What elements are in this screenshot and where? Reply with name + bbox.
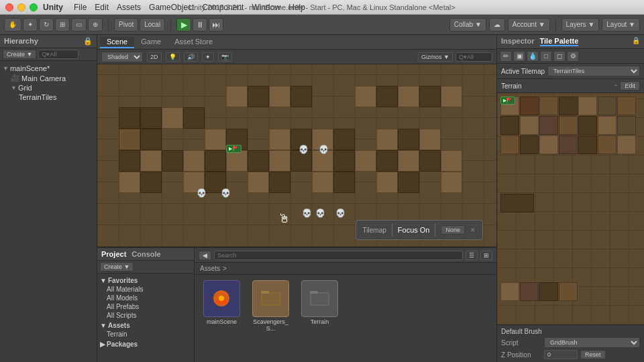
- account-button[interactable]: Account ▼: [508, 18, 550, 32]
- asset-search-input[interactable]: [214, 251, 463, 260]
- tooltip-close[interactable]: ✕: [470, 227, 476, 233]
- project-item-all-scripts[interactable]: All Scripts: [97, 311, 194, 320]
- project-item-all-models[interactable]: All Models: [97, 294, 194, 302]
- palette-rect-btn[interactable]: □: [540, 51, 552, 62]
- tile: [419, 86, 441, 107]
- skull-icon-5: 💀: [302, 208, 312, 218]
- palette-tile: [598, 135, 616, 154]
- palette-tile: [578, 97, 597, 115]
- tab-inspector[interactable]: Inspector: [501, 37, 535, 46]
- tile: [162, 150, 183, 172]
- minimize-button[interactable]: [17, 3, 25, 11]
- lighting-button[interactable]: 💡: [166, 52, 180, 62]
- layout-button[interactable]: Layout ▼: [602, 18, 640, 32]
- pivot-button[interactable]: Pivot: [114, 18, 138, 32]
- tile: [248, 172, 269, 193]
- asset-name-mainscene: mainScene: [207, 318, 237, 325]
- palette-erase-btn[interactable]: ◻: [553, 51, 566, 62]
- toolbar-separator-1: [108, 18, 109, 32]
- palette-tile: [520, 135, 539, 154]
- assets-header[interactable]: ▼ Assets: [97, 321, 194, 330]
- project-item-terrain[interactable]: Terrain: [97, 330, 194, 339]
- tooltip-label: Tilemap: [363, 227, 386, 234]
- tile: [226, 86, 248, 107]
- asset-view-button[interactable]: ⊞: [480, 251, 492, 260]
- tree-item-grid[interactable]: ▼ Grid: [0, 83, 97, 93]
- menu-gameobject[interactable]: GameObject: [149, 3, 194, 12]
- tree-item-maincamera[interactable]: 🎥 Main Camera: [0, 73, 97, 83]
- asset-item-terrain[interactable]: Terrain: [298, 280, 341, 332]
- scene-camera-button[interactable]: 📷: [218, 52, 232, 62]
- asset-back-button[interactable]: ◀: [199, 251, 211, 260]
- play-button[interactable]: ▶: [176, 18, 191, 32]
- layers-button[interactable]: Layers ▼: [561, 18, 600, 32]
- tile: [162, 107, 183, 129]
- tooltip-none-button[interactable]: None: [441, 225, 465, 235]
- tile: [419, 129, 441, 150]
- inspector-panel: Inspector Tile Palette 🔒 ✏ ▣ 💧 □ ◻ ⚙ Act…: [496, 35, 644, 362]
- hand-tool[interactable]: ✋: [4, 18, 21, 32]
- tab-game[interactable]: Game: [134, 36, 168, 48]
- scale-tool[interactable]: ⊞: [55, 18, 70, 32]
- tab-console[interactable]: Console: [131, 250, 160, 258]
- tab-tile-palette[interactable]: Tile Palette: [540, 37, 579, 46]
- tile: [140, 172, 162, 193]
- palette-fill-btn[interactable]: ▣: [513, 51, 525, 62]
- menu-assets[interactable]: Assets: [117, 3, 141, 12]
- transform-tool[interactable]: ⊕: [88, 18, 103, 32]
- asset-items-grid: mainScene Scavengers_S...: [195, 275, 496, 362]
- edit-button[interactable]: Edit: [620, 81, 640, 90]
- favorites-header[interactable]: ▼ Favorites: [97, 276, 194, 285]
- step-button[interactable]: ⏭: [209, 18, 223, 32]
- cloud-button[interactable]: ☁: [489, 18, 505, 32]
- sound-button[interactable]: 🔊: [184, 52, 198, 62]
- close-button[interactable]: [5, 3, 13, 11]
- local-button[interactable]: Local: [140, 18, 165, 32]
- scene-viewport[interactable]: ▶🚩 💀 💀 💀 💀 💀 💀 💀 🖱 Tilemap: [97, 64, 496, 247]
- project-item-all-materials[interactable]: All Materials: [97, 285, 194, 294]
- pause-button[interactable]: ⏸: [193, 18, 207, 32]
- project-item-all-prefabs[interactable]: All Prefabs: [97, 302, 194, 311]
- palette-pencil-btn[interactable]: ✏: [500, 51, 512, 62]
- shading-dropdown[interactable]: Shaded: [101, 52, 143, 62]
- palette-tile: [578, 135, 597, 154]
- reset-button[interactable]: Reset: [580, 350, 606, 359]
- rotate-tool[interactable]: ↻: [39, 18, 54, 32]
- z-position-label: Z Position: [501, 351, 541, 359]
- asset-item-mainscene[interactable]: mainScene: [200, 280, 244, 332]
- collab-button[interactable]: Collab ▼: [449, 18, 486, 32]
- asset-item-scavengers[interactable]: Scavengers_S...: [249, 280, 292, 332]
- palette-tile: [559, 282, 578, 301]
- active-tilemap-label: Active Tilemap: [501, 68, 545, 75]
- palette-tile: [559, 116, 578, 135]
- menu-file[interactable]: File: [74, 3, 87, 12]
- palette-pick-btn[interactable]: 💧: [527, 51, 539, 62]
- move-tool[interactable]: ✦: [23, 18, 38, 32]
- tab-project[interactable]: Project: [101, 250, 126, 258]
- hierarchy-create-button[interactable]: Create ▼: [3, 50, 36, 59]
- 2d-button[interactable]: 2D: [147, 52, 162, 62]
- asset-filter-button[interactable]: ☰: [466, 251, 478, 260]
- palette-tile: [500, 135, 519, 154]
- gizmos-button[interactable]: Gizmos ▼: [418, 52, 453, 62]
- title-bar: Unity File Edit Assets GameObject Compon…: [0, 0, 644, 15]
- rect-tool[interactable]: ▭: [71, 18, 87, 32]
- packages-header[interactable]: ▶ Packages: [97, 340, 194, 349]
- maximize-button[interactable]: [30, 3, 38, 11]
- tree-item-mainscene[interactable]: ▼ mainScene*: [0, 64, 97, 73]
- palette-settings-btn[interactable]: ⚙: [567, 51, 579, 62]
- z-position-input[interactable]: [544, 350, 578, 359]
- menu-edit[interactable]: Edit: [95, 3, 109, 12]
- scene-search[interactable]: [455, 52, 492, 62]
- project-create-button[interactable]: Create ▼: [100, 262, 133, 272]
- palette-tile: [500, 116, 519, 135]
- tab-asset-store[interactable]: Asset Store: [168, 36, 219, 48]
- fx-button[interactable]: ✦: [202, 52, 214, 62]
- tilemap-select[interactable]: TerrainTiles: [547, 66, 640, 76]
- hierarchy-search[interactable]: [38, 50, 78, 59]
- tile-palette-area[interactable]: ▶🚩: [497, 93, 644, 324]
- tree-item-terraintiles[interactable]: TerrainTiles: [0, 93, 97, 102]
- tile: [140, 107, 162, 129]
- tab-scene[interactable]: Scene: [100, 36, 134, 48]
- script-select[interactable]: GridBrush: [544, 337, 640, 348]
